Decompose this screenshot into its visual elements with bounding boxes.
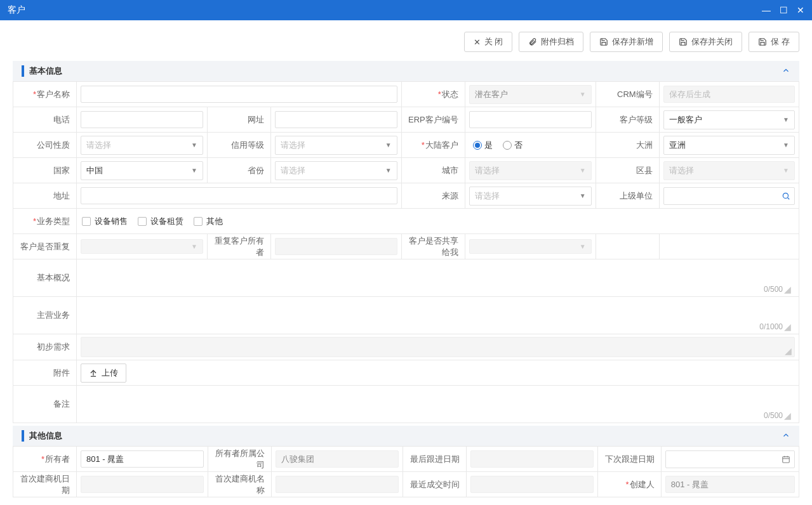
save-new-button[interactable]: 保存并新增 [590,32,663,52]
chevron-down-icon: ▼ [191,141,197,148]
attach-button-label: 附件归档 [541,36,574,48]
placeholder-text: 请选择 [86,140,111,151]
radio-yes[interactable]: 是 [473,140,493,151]
upload-label: 上传 [102,367,118,379]
save-button[interactable]: 保 存 [749,32,799,52]
resize-icon[interactable]: ◢ [785,346,792,355]
company-type-select[interactable]: 请选择▼ [81,136,203,155]
close-icon: ✕ [474,37,481,47]
label-attachment: 附件 [53,368,70,377]
phone-input[interactable] [81,111,203,128]
attach-button[interactable]: 附件归档 [519,32,583,52]
close-button-label: 关 闭 [484,36,503,48]
svg-point-0 [783,193,788,198]
label-initial-demand: 初步需求 [37,342,70,351]
continent-value: 亚洲 [669,140,686,151]
first-opp-name-input [276,476,399,493]
label-first-opp-name: 首次建商机名称 [215,474,265,495]
section-basic: 基本信息 客户名称 状态 潜在客户▼ CRM编号 电话 网址 ERP客户编号 [13,61,799,423]
label-status: 状态 [438,89,458,99]
erp-no-input[interactable] [469,111,592,128]
continent-select[interactable]: 亚洲▼ [663,136,795,155]
close-button[interactable]: ✕ 关 闭 [464,32,513,52]
resize-icon[interactable]: ◢ [784,285,791,294]
svg-line-1 [787,197,789,199]
counter-500: 0/500 [764,285,783,294]
collapse-icon[interactable] [782,431,790,442]
check-equip-rent[interactable]: 设备租赁 [138,216,183,227]
customer-level-select[interactable]: 一般客户▼ [663,110,795,129]
business-type-checks: 设备销售 设备租赁 其他 [81,216,795,227]
dup-owner-input [275,238,397,255]
collapse-icon[interactable] [782,66,790,77]
placeholder-text: 请选择 [475,165,500,176]
chevron-down-icon: ▼ [385,167,392,174]
city-select[interactable]: 请选择▼ [469,161,592,180]
label-next-follow: 下次跟进日期 [605,454,655,464]
website-input[interactable] [275,111,397,128]
resize-icon[interactable]: ◢ [784,322,791,331]
accent-bar [22,430,24,442]
maximize-icon[interactable]: ☐ [780,6,788,15]
shared-to-me-select[interactable]: ▼ [469,239,592,254]
credit-level-select[interactable]: 请选择▼ [275,136,397,155]
main-business-textarea[interactable] [81,299,795,321]
paperclip-icon [528,37,537,46]
section-basic-header: 基本信息 [13,61,799,81]
radio-no[interactable]: 否 [503,140,522,151]
minimize-icon[interactable]: — [762,6,771,15]
label-creator: 创建人 [626,480,655,489]
check-equip-sale[interactable]: 设备销售 [82,216,128,227]
province-select[interactable]: 请选择▼ [275,161,397,180]
next-follow-date[interactable] [665,450,795,468]
district-select[interactable]: 请选择▼ [663,161,795,180]
label-crm-no: CRM编号 [617,89,653,99]
label-erp-no: ERP客户编号 [408,115,458,124]
label-remark: 备注 [53,399,70,409]
label-first-opp-date: 首次建商机日期 [20,474,70,495]
label-basic-info: 基本概况 [37,273,70,282]
search-icon[interactable] [782,192,790,200]
calendar-icon[interactable] [782,455,790,464]
source-select[interactable]: 请选择▼ [469,187,592,206]
placeholder-text: 请选择 [281,165,305,176]
is-duplicate-select[interactable]: ▼ [81,239,203,254]
label-last-deal-time: 最近成交时间 [410,480,460,489]
save-close-label: 保存并关闭 [691,36,733,48]
counter-500b: 0/500 [764,411,783,420]
country-value: 中国 [86,165,103,176]
window-controls: — ☐ ✕ [762,6,804,15]
address-input[interactable] [81,187,397,204]
customer-level-value: 一般客户 [669,114,702,126]
title-bar: 客户 — ☐ ✕ [0,0,812,20]
basic-info-textarea[interactable] [81,262,795,284]
owner-input[interactable] [81,450,204,468]
label-company-type: 公司性质 [37,140,70,150]
parent-search-field[interactable] [663,187,795,205]
close-window-icon[interactable]: ✕ [797,6,804,15]
section-other-header: 其他信息 [13,426,799,446]
label-address: 地址 [53,191,70,200]
remark-textarea[interactable] [81,388,795,410]
chevron-down-icon: ▼ [783,116,789,123]
section-other-title: 其他信息 [29,430,62,442]
resize-icon[interactable]: ◢ [784,411,791,420]
customer-name-input[interactable] [81,86,397,103]
chevron-down-icon: ▼ [580,167,586,174]
parent-input[interactable] [668,191,779,200]
country-select[interactable]: 中国▼ [81,161,203,180]
save-icon [679,37,688,46]
label-is-duplicate: 客户是否重复 [20,242,70,251]
next-follow-input[interactable] [670,454,782,464]
owner-company-input [276,450,399,468]
creator-input [665,476,795,493]
label-mainland: 大陆客户 [422,140,458,150]
chevron-down-icon: ▼ [191,243,197,250]
last-deal-time-input [470,476,594,493]
status-select[interactable]: 潜在客户▼ [469,85,592,104]
upload-button[interactable]: 上传 [81,364,126,383]
placeholder-text: 请选择 [475,190,500,202]
save-close-button[interactable]: 保存并关闭 [669,32,742,52]
check-other[interactable]: 其他 [194,216,223,227]
chevron-down-icon: ▼ [783,141,789,148]
